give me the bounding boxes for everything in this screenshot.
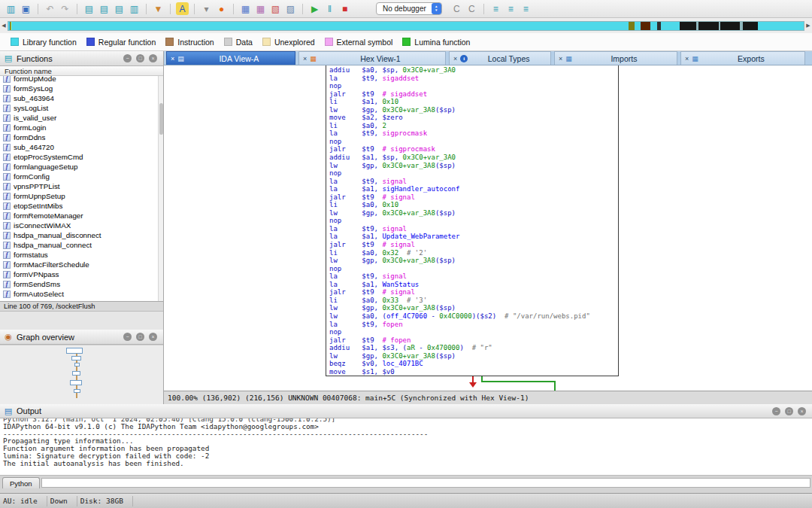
maximize-panel-button[interactable]: □ bbox=[136, 333, 144, 341]
function-row[interactable]: fformlanguageSetup bbox=[0, 162, 163, 172]
options-icon[interactable]: ▨ bbox=[284, 2, 297, 15]
segments-window-icon[interactable]: ▥ bbox=[128, 2, 141, 15]
function-row[interactable]: fformVPNpass bbox=[0, 269, 163, 279]
function-icon: f bbox=[3, 242, 11, 249]
navband-segment bbox=[719, 22, 721, 30]
next-window-icon[interactable]: ≡ bbox=[520, 2, 532, 15]
function-row[interactable]: fformAutoSelect bbox=[0, 289, 163, 299]
function-row[interactable]: fsysLogList bbox=[0, 103, 163, 113]
function-row[interactable]: fformDdns bbox=[0, 132, 163, 142]
function-row[interactable]: fformMacFilterSchedule bbox=[0, 260, 163, 269]
function-icon: f bbox=[3, 105, 11, 112]
function-row[interactable]: fetopSetIntMibs bbox=[0, 201, 163, 211]
graph-canvas[interactable]: addiu $a0, $sp, 0x3C0+var_3A0la $t9, sig… bbox=[164, 65, 812, 391]
asm-line: la $a1, sigHandler_autoconf bbox=[329, 185, 618, 193]
graph-overview-node bbox=[72, 371, 80, 376]
function-row[interactable]: fvpnsPPTPList bbox=[0, 181, 163, 191]
function-row[interactable]: fsub_464720 bbox=[0, 142, 163, 152]
python-cli-input[interactable] bbox=[41, 478, 810, 488]
run-to-cursor-icon[interactable]: C bbox=[450, 2, 463, 15]
navband-scroll-left-icon[interactable]: ◀ bbox=[0, 23, 8, 29]
disassembly-node[interactable]: addiu $a0, $sp, 0x3C0+var_3A0la $t9, sig… bbox=[326, 65, 619, 376]
jump-address-icon[interactable]: ▼ bbox=[152, 2, 165, 15]
function-name: etopSetIntMibs bbox=[14, 202, 62, 210]
window-list-icon[interactable]: ≡ bbox=[489, 2, 502, 15]
open-database-icon[interactable]: ▥ bbox=[5, 2, 17, 15]
function-icon: f bbox=[3, 163, 11, 171]
tab-close-icon[interactable]: × bbox=[453, 55, 457, 62]
legend-label: Instruction bbox=[177, 38, 214, 47]
redo-icon[interactable]: ↷ bbox=[59, 2, 71, 15]
close-panel-button[interactable]: × bbox=[798, 407, 806, 415]
tab-exports[interactable]: ×▦Exports bbox=[680, 51, 805, 65]
python-cli-selector[interactable]: Python bbox=[2, 477, 40, 488]
output-line: The initial autoanalysis has been finish… bbox=[3, 460, 812, 467]
function-row[interactable]: fformstatus bbox=[0, 250, 163, 260]
tab-close-icon[interactable]: × bbox=[303, 55, 307, 62]
tab-imports[interactable]: ×▦Imports bbox=[554, 51, 677, 65]
tab-ida-view-a[interactable]: ×▤IDA View-A bbox=[166, 51, 295, 65]
function-row[interactable]: fformSendSms bbox=[0, 279, 163, 289]
undo-icon[interactable]: ↶ bbox=[44, 2, 56, 15]
search-text-icon[interactable]: A bbox=[176, 2, 189, 15]
toolbar-separator bbox=[483, 4, 484, 14]
maximize-panel-button[interactable]: □ bbox=[785, 407, 793, 415]
function-row[interactable]: fformRemoteManager bbox=[0, 211, 163, 221]
function-name: formSendSms bbox=[14, 280, 60, 288]
stop-process-icon[interactable]: ■ bbox=[338, 2, 351, 15]
strings-window-icon[interactable]: ▤ bbox=[113, 2, 126, 15]
function-row[interactable]: fsub_463964 bbox=[0, 93, 163, 103]
bookmark-icon[interactable]: ▾ bbox=[200, 2, 213, 15]
function-name: formVPNpass bbox=[14, 270, 59, 278]
start-process-icon[interactable]: ▶ bbox=[308, 2, 321, 15]
xrefs-icon[interactable]: ▧ bbox=[269, 2, 282, 15]
debugger-selector[interactable]: No debugger▲▼ bbox=[376, 2, 442, 15]
tab-hex-view-1[interactable]: ×▦Hex View-1 bbox=[298, 51, 446, 65]
hex-view-window-icon[interactable]: ▤ bbox=[98, 2, 111, 15]
function-row[interactable]: fhsdpa_manual_disconnect bbox=[0, 230, 163, 240]
tab-close-icon[interactable]: × bbox=[171, 55, 174, 62]
function-row[interactable]: fisConnectWiMAX bbox=[0, 221, 163, 230]
exports-tab-icon: ▦ bbox=[692, 55, 698, 62]
navband-position-marker bbox=[10, 22, 11, 30]
enums-icon[interactable]: ▦ bbox=[254, 2, 267, 15]
graph-overview-preview[interactable] bbox=[0, 345, 163, 404]
maximize-panel-button[interactable]: □ bbox=[136, 54, 144, 62]
function-row[interactable]: fformSysLog bbox=[0, 84, 163, 93]
legend-swatch bbox=[224, 38, 232, 46]
attach-process-icon[interactable]: C bbox=[465, 2, 478, 15]
navigation-band[interactable] bbox=[8, 21, 804, 31]
ida-view-window-icon[interactable]: ▤ bbox=[83, 2, 95, 15]
function-row[interactable]: fformLogin bbox=[0, 123, 163, 132]
function-row[interactable]: fhsdpa_manual_connect bbox=[0, 240, 163, 250]
disk-space: Disk: 38GB bbox=[77, 496, 133, 506]
previous-window-icon[interactable]: ≡ bbox=[504, 2, 517, 15]
function-row[interactable]: fetopProcSystemCmd bbox=[0, 152, 163, 162]
output-log[interactable]: Python 3.12.7 (main, Oct 1 2024, 02:05:4… bbox=[0, 418, 812, 476]
structures-icon[interactable]: ▦ bbox=[239, 2, 252, 15]
minimize-panel-button[interactable]: − bbox=[123, 333, 132, 341]
info-icon: i bbox=[460, 55, 468, 62]
minimize-panel-button[interactable]: − bbox=[772, 407, 780, 415]
function-row[interactable]: fformUpMode bbox=[0, 76, 163, 84]
tab-close-icon[interactable]: × bbox=[559, 55, 562, 62]
function-list-scrollbar[interactable] bbox=[158, 76, 163, 301]
breakpoint-icon[interactable]: ● bbox=[215, 2, 228, 15]
save-database-icon[interactable]: ▣ bbox=[20, 2, 32, 15]
output-panel: ▤ Output −□× Python 3.12.7 (main, Oct 1 … bbox=[0, 404, 812, 493]
close-panel-button[interactable]: × bbox=[149, 54, 157, 62]
minimize-panel-button[interactable]: − bbox=[123, 54, 132, 62]
tab-close-icon[interactable]: × bbox=[685, 55, 689, 62]
function-row[interactable]: fis_valid_user bbox=[0, 113, 163, 123]
scrollbar-thumb[interactable] bbox=[159, 103, 163, 135]
function-row[interactable]: fformConfig bbox=[0, 172, 163, 181]
pause-process-icon[interactable]: ‖ bbox=[323, 2, 336, 15]
graph-overview-node bbox=[74, 389, 80, 393]
navband-scroll-right-icon[interactable]: ▶ bbox=[804, 23, 812, 29]
function-name: sub_464720 bbox=[14, 143, 54, 151]
function-name: hsdpa_manual_disconnect bbox=[14, 231, 102, 239]
function-name-column-header[interactable]: Function name bbox=[0, 66, 163, 76]
close-panel-button[interactable]: × bbox=[149, 333, 157, 341]
function-row[interactable]: fformUpnpSetup bbox=[0, 191, 163, 201]
tab-local-types[interactable]: ×iLocal Types bbox=[449, 51, 551, 65]
